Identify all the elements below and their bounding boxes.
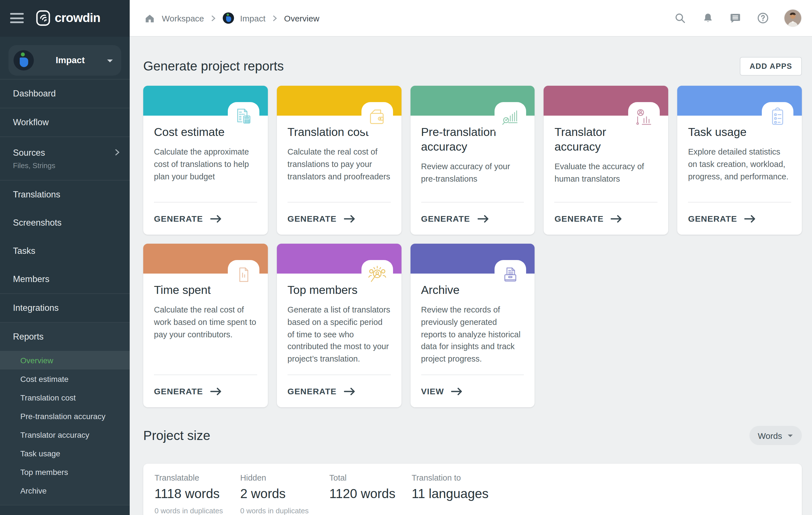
card-translation-cost: Translation cost Calculate the real cost…	[277, 86, 402, 235]
generate-cost-estimate-button[interactable]: GENERATE	[143, 202, 268, 235]
card-archive: Archive Review the records of previously…	[410, 244, 535, 407]
card-time-spent: Time spent Calculate the real cost of wo…	[143, 244, 268, 407]
unit-selector-dropdown[interactable]: Words	[749, 426, 802, 445]
card-title: Pre-translation accuracy	[421, 125, 505, 154]
crowdin-logo[interactable]: crowdin	[36, 10, 100, 26]
sidebar-reports-section: Reports Overview Cost estimate Translati…	[0, 323, 130, 505]
help-icon[interactable]	[757, 12, 769, 24]
home-icon[interactable]	[143, 12, 156, 24]
notifications-bell-icon[interactable]	[701, 12, 714, 24]
caret-down-icon	[787, 433, 793, 437]
sidebar-item-members[interactable]: Members	[0, 265, 130, 293]
sidebar: Impact Dashboard Workflow Sources Files,…	[0, 37, 130, 515]
arrow-right-icon	[452, 387, 463, 395]
wallet-icon	[361, 102, 393, 132]
messages-icon[interactable]	[729, 12, 742, 24]
project-selector[interactable]: Impact	[8, 45, 121, 76]
card-title: Task usage	[688, 125, 773, 139]
caret-down-icon	[107, 55, 113, 65]
card-pre-translation-accuracy: Pre-translation accuracy Review accuracy…	[410, 86, 535, 235]
card-title: Archive	[421, 283, 505, 297]
project-avatar	[223, 12, 234, 24]
sources-sublabel: Files, Strings	[13, 161, 121, 170]
generate-translator-accuracy-button[interactable]: GENERATE	[544, 202, 668, 235]
card-translator-accuracy: Translator accuracy Evaluate the accurac…	[544, 86, 668, 235]
topbar-actions	[674, 9, 812, 27]
crowdin-logo-icon	[36, 10, 50, 26]
card-description: Calculate the approximate cost of transl…	[154, 146, 257, 183]
app-root: crowdin Workspace Impact Overview	[0, 0, 812, 515]
card-title: Time spent	[154, 283, 238, 297]
main-content: Generate project reports ADD APPS C	[130, 37, 812, 515]
stat-total: Total 1120 words	[329, 473, 412, 515]
breadcrumb-current-page: Overview	[284, 13, 319, 23]
card-description: Review the records of previously generat…	[421, 304, 524, 366]
chevron-right-icon	[210, 15, 216, 21]
breadcrumb-workspace[interactable]: Workspace	[162, 13, 204, 23]
generate-time-spent-button[interactable]: GENERATE	[143, 375, 268, 407]
card-task-usage: Task usage Explore detailed statistics o…	[677, 86, 802, 235]
sidebar-header: crowdin	[0, 0, 130, 36]
view-archive-button[interactable]: VIEW	[410, 375, 535, 407]
hamburger-menu-icon[interactable]	[10, 13, 24, 23]
card-title: Top members	[288, 283, 372, 297]
card-title: Translation cost	[288, 125, 372, 139]
person-chart-icon	[628, 102, 660, 132]
arrow-right-icon	[744, 214, 756, 223]
sidebar-item-screenshots[interactable]: Screenshots	[0, 209, 130, 237]
sidebar-item-workflow[interactable]: Workflow	[0, 108, 130, 137]
project-name: Impact	[34, 55, 107, 65]
sidebar-item-translations[interactable]: Translations	[0, 180, 130, 209]
generate-translation-cost-button[interactable]: GENERATE	[277, 202, 402, 235]
sidebar-subitem-translation-cost[interactable]: Translation cost	[0, 388, 130, 407]
breadcrumb-project[interactable]: Impact	[240, 13, 266, 23]
archive-box-icon	[495, 260, 526, 289]
user-avatar[interactable]	[784, 9, 801, 27]
card-title: Cost estimate	[154, 125, 238, 139]
sidebar-subitem-archive[interactable]: Archive	[0, 481, 130, 500]
stat-translation-to: Translation to 11 languages	[412, 473, 489, 515]
sidebar-item-dashboard[interactable]: Dashboard	[0, 80, 130, 108]
card-description: Explore detailed statistics on task crea…	[688, 146, 791, 183]
generate-task-usage-button[interactable]: GENERATE	[677, 202, 802, 235]
sidebar-subitem-top-members[interactable]: Top members	[0, 462, 130, 481]
generate-top-members-button[interactable]: GENERATE	[277, 375, 402, 407]
project-size-title: Project size	[143, 428, 210, 443]
sidebar-subitem-pre-translation-accuracy[interactable]: Pre-translation accuracy	[0, 407, 130, 425]
report-cards-grid: Cost estimate Calculate the approximate …	[143, 86, 802, 407]
members-magnifier-icon	[361, 260, 393, 289]
sidebar-item-reports[interactable]: Reports	[0, 323, 130, 351]
generate-pre-translation-accuracy-button[interactable]: GENERATE	[410, 202, 535, 235]
arrow-right-icon	[210, 387, 222, 395]
card-description: Calculate the real cost of work based on…	[154, 304, 257, 341]
chevron-right-icon	[272, 15, 278, 21]
sidebar-item-integrations[interactable]: Integrations	[0, 294, 130, 322]
sidebar-item-sources[interactable]: Sources Files, Strings	[0, 137, 130, 180]
sidebar-item-activity[interactable]: Activity	[0, 506, 130, 515]
page-title: Generate project reports	[143, 59, 284, 74]
search-icon[interactable]	[674, 12, 686, 24]
stat-translatable: Translatable 1118 words 0 words in dupli…	[154, 473, 240, 515]
sidebar-subitem-translator-accuracy[interactable]: Translator accuracy	[0, 425, 130, 444]
card-title: Translator accuracy	[555, 125, 639, 154]
project-size-stats-card: Translatable 1118 words 0 words in dupli…	[143, 464, 802, 515]
invoice-calculator-icon	[228, 102, 259, 132]
chart-magnifier-icon	[495, 102, 526, 132]
card-description: Calculate the real cost of translations …	[288, 146, 391, 183]
breadcrumb: Workspace Impact Overview	[130, 12, 319, 24]
crowdin-wordmark: crowdin	[55, 11, 100, 25]
sidebar-subitem-cost-estimate[interactable]: Cost estimate	[0, 369, 130, 388]
chevron-right-icon	[114, 147, 121, 158]
sidebar-item-tasks[interactable]: Tasks	[0, 237, 130, 265]
arrow-right-icon	[344, 387, 355, 395]
sidebar-subitem-overview[interactable]: Overview	[0, 351, 130, 369]
add-apps-button[interactable]: ADD APPS	[740, 57, 802, 76]
card-description: Generate a list of translators based on …	[288, 304, 391, 366]
project-avatar-large	[13, 50, 34, 70]
checklist-clipboard-icon	[762, 102, 793, 132]
arrow-right-icon	[210, 214, 222, 223]
timesheet-icon	[228, 260, 259, 289]
sidebar-subitem-task-usage[interactable]: Task usage	[0, 444, 130, 462]
card-description: Evaluate the accuracy of human translato…	[555, 161, 658, 185]
arrow-right-icon	[611, 214, 622, 223]
